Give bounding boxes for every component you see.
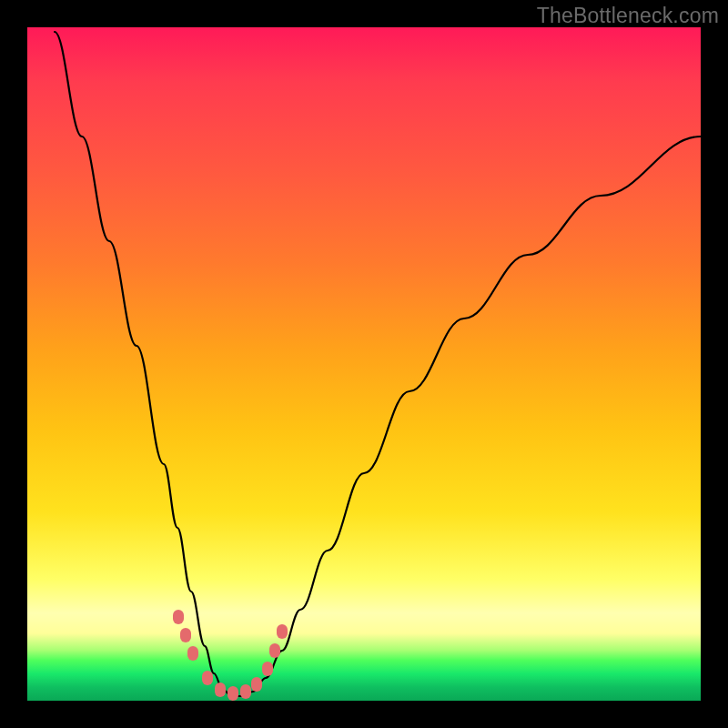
highlight-dot bbox=[240, 684, 251, 699]
highlight-dot bbox=[269, 643, 280, 658]
highlight-dot bbox=[262, 662, 273, 676]
highlight-dots-group bbox=[173, 610, 288, 701]
highlight-dot bbox=[180, 628, 191, 642]
chart-svg bbox=[27, 27, 701, 701]
highlight-dot bbox=[173, 610, 184, 624]
bottleneck-curve bbox=[55, 32, 701, 696]
highlight-dot bbox=[277, 624, 288, 639]
highlight-dot bbox=[202, 671, 213, 685]
highlight-dot bbox=[215, 682, 226, 697]
highlight-dot bbox=[228, 686, 238, 701]
chart-stage: TheBottleneck.com bbox=[0, 0, 728, 728]
highlight-dot bbox=[187, 646, 198, 661]
watermark-text: TheBottleneck.com bbox=[537, 4, 719, 28]
highlight-dot bbox=[251, 677, 262, 692]
bottleneck-gradient-area bbox=[27, 27, 701, 701]
